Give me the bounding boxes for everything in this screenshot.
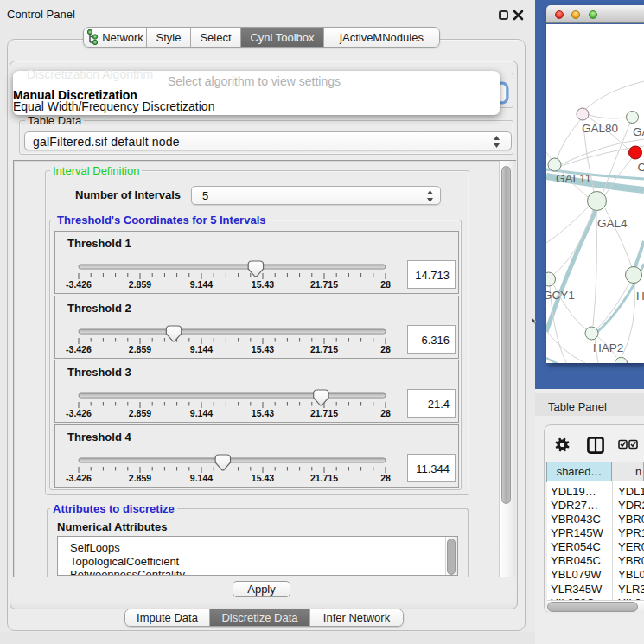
svg-text:28: 28 [380,344,391,354]
svg-text:21.715: 21.715 [310,279,338,290]
svg-text:-3.426: -3.426 [66,279,92,290]
svg-text:2.859: 2.859 [129,344,151,354]
svg-text:GAL4: GAL4 [597,217,628,230]
svg-text:2.859: 2.859 [129,473,151,483]
svg-text:9.144: 9.144 [190,279,213,290]
svg-text:21.715: 21.715 [310,473,338,483]
svg-text:GAL11: GAL11 [556,172,591,185]
svg-text:15.43: 15.43 [252,473,274,483]
svg-text:-3.426: -3.426 [66,473,92,483]
svg-text:21.715: 21.715 [310,408,338,418]
svg-text:HA: HA [636,290,644,303]
svg-text:15.43: 15.43 [252,344,274,354]
svg-text:15.43: 15.43 [252,279,274,290]
svg-text:21.715: 21.715 [310,344,338,354]
svg-text:HAP2: HAP2 [593,341,623,354]
svg-text:28: 28 [380,408,391,418]
svg-text:28: 28 [380,279,391,290]
svg-text:28: 28 [380,473,391,483]
svg-text:9.144: 9.144 [190,473,213,483]
svg-text:GAL7: GAL7 [633,125,644,138]
svg-text:15.43: 15.43 [252,408,274,418]
svg-text:CAL: CAL [638,161,644,174]
svg-text:-3.426: -3.426 [66,344,92,354]
svg-text:9.144: 9.144 [190,408,213,418]
svg-text:2.859: 2.859 [129,408,151,418]
svg-text:GCY1: GCY1 [546,289,575,302]
svg-text:9.144: 9.144 [190,344,213,354]
svg-text:-3.426: -3.426 [66,408,92,418]
svg-text:2.859: 2.859 [129,279,151,290]
svg-text:GAL80: GAL80 [582,122,618,135]
